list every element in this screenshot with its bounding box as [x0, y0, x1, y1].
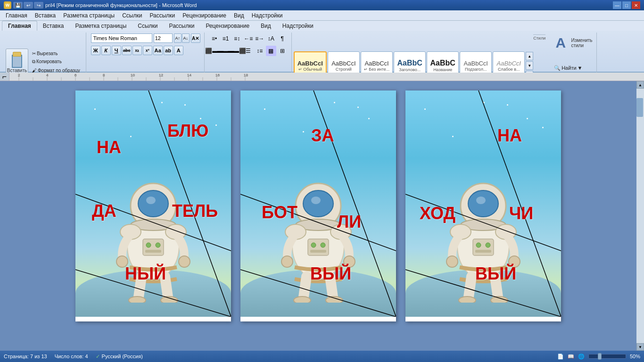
close-button[interactable]: ✕: [632, 1, 640, 9]
svg-point-74: [486, 243, 490, 247]
paste-icon: [9, 51, 25, 68]
star: [424, 108, 426, 110]
decrease-indent-button[interactable]: ←≡: [243, 33, 254, 44]
ruler-corner[interactable]: ⌐: [0, 73, 9, 81]
find-button[interactable]: 🔍 Найти ▼: [551, 64, 593, 72]
tab-view[interactable]: Вид: [255, 21, 277, 31]
minimize-button[interactable]: —: [613, 1, 621, 9]
borders-button[interactable]: ⊞: [277, 46, 288, 56]
star: [507, 104, 508, 106]
menu-bar: Главная Вставка Разметка страницы Ссылки…: [0, 10, 644, 21]
zoom-thumb[interactable]: [598, 353, 602, 360]
paste-button[interactable]: Вставить: [6, 49, 28, 75]
menu-page-layout[interactable]: Разметка страницы: [59, 11, 118, 20]
menu-home[interactable]: Главная: [2, 11, 31, 20]
scroll-up-button[interactable]: ▲: [636, 81, 644, 89]
underline-button[interactable]: Ч: [112, 46, 121, 55]
copy-button[interactable]: ⧉Копировать: [30, 58, 82, 66]
styles-scroll-down-button[interactable]: ▼: [526, 61, 533, 70]
superscript-button[interactable]: x²: [143, 46, 152, 55]
menu-references[interactable]: Ссылки: [118, 11, 146, 20]
vertical-scrollbar[interactable]: ▲ ▼: [636, 81, 644, 351]
tab-addins[interactable]: Надстройки: [277, 21, 319, 31]
formatting-row: Ж К Ч abc x₂ x² Аа ab А: [91, 46, 183, 55]
star: [542, 127, 544, 128]
tab-home[interactable]: Главная: [2, 21, 37, 31]
view-web-button[interactable]: 🌐: [578, 354, 585, 360]
syllable-li: ЛИ: [337, 212, 361, 232]
syllable-bot: БОТ: [262, 203, 297, 222]
font-color-button[interactable]: А: [174, 46, 183, 55]
clear-format-button[interactable]: A✕: [191, 33, 200, 43]
pages-container[interactable]: НА БЛЮ ДА ТЕЛЬ НЫЙ: [0, 81, 636, 351]
para-btns-row1: ≡• ≡1 ≡↕ ←≡ ≡→ ↕A ¶: [209, 33, 288, 44]
scroll-thumb[interactable]: [636, 98, 643, 117]
menu-view[interactable]: Вид: [230, 11, 248, 20]
tab-references[interactable]: Ссылки: [132, 21, 163, 31]
view-normal-button[interactable]: 📄: [557, 354, 564, 360]
italic-button[interactable]: К: [101, 46, 111, 55]
astro-bg-3: НА ХОД ЧИ ВЫЙ: [405, 90, 561, 317]
ruler-scale: 2 4 6 8 10 12 14 16 18: [9, 73, 644, 81]
para-btns-row2: ⬛▬▬ ▬▬▬ ▬▬⬛ ☰ ↕≡ ▩ ⊞: [209, 46, 288, 56]
font-name-row: A↑ A↓ A✕: [91, 33, 200, 43]
menu-mailings[interactable]: Рассылки: [146, 11, 179, 20]
sort-button[interactable]: ↕A: [266, 33, 276, 44]
undo-btn[interactable]: ↩: [24, 2, 33, 8]
star: [368, 118, 370, 119]
font-size-input[interactable]: [154, 33, 173, 43]
maximize-button[interactable]: □: [622, 1, 631, 9]
svg-text:4: 4: [46, 73, 49, 77]
status-left: Страница: 7 из 13 Число слов: 4 ✓ Русски…: [4, 354, 143, 360]
redo-btn[interactable]: ↪: [34, 2, 43, 8]
status-right: 📄 📖 🌐 50%: [557, 354, 640, 360]
style-heading1-label: Заголово...: [399, 67, 421, 72]
bold-button[interactable]: Ж: [91, 46, 100, 55]
quick-save-btn[interactable]: 💾: [13, 2, 23, 8]
menu-insert[interactable]: Вставка: [31, 11, 60, 20]
bullets-button[interactable]: ≡•: [209, 33, 220, 44]
scroll-down-button[interactable]: ▼: [636, 343, 644, 351]
numbering-button[interactable]: ≡1: [221, 33, 231, 44]
svg-text:18: 18: [244, 73, 248, 77]
word-count: Число слов: 4: [55, 354, 88, 359]
font-name-input[interactable]: [91, 33, 152, 43]
tab-mailings[interactable]: Рассылки: [164, 21, 200, 31]
styles-scroll-up-button[interactable]: ▲: [526, 52, 533, 60]
svg-rect-39: [145, 250, 161, 253]
cut-button[interactable]: ✂Вырезать: [30, 49, 82, 57]
star: [527, 118, 528, 119]
page-3: НА ХОД ЧИ ВЫЙ: [405, 90, 561, 321]
svg-point-55: [311, 243, 316, 247]
tab-review[interactable]: Рецензирование: [200, 21, 255, 31]
star: [303, 131, 304, 132]
zoom-slider[interactable]: [588, 354, 626, 359]
align-justify-button[interactable]: ☰: [243, 46, 254, 56]
syllable-vyi-2: ВЫЙ: [310, 264, 351, 284]
align-right-button[interactable]: ▬▬⬛: [232, 46, 242, 56]
line-spacing-button[interactable]: ↕≡: [255, 46, 265, 56]
multilevel-button[interactable]: ≡↕: [232, 33, 242, 44]
page-1: НА БЛЮ ДА ТЕЛЬ НЫЙ: [75, 90, 231, 321]
strikethrough-button[interactable]: abc: [122, 46, 132, 55]
shading-button[interactable]: ▩: [266, 46, 276, 56]
svg-rect-57: [310, 250, 326, 253]
highlight-button[interactable]: ab: [164, 46, 173, 55]
case-button[interactable]: Аа: [153, 46, 163, 55]
tab-page-layout[interactable]: Разметка страницы: [69, 21, 132, 31]
menu-addins[interactable]: Надстройки: [248, 11, 287, 20]
font-grow-button[interactable]: A↑: [174, 33, 182, 43]
svg-text:2: 2: [18, 73, 20, 77]
tab-insert[interactable]: Вставка: [37, 21, 70, 31]
menu-review[interactable]: Рецензирование: [179, 11, 230, 20]
scroll-track[interactable]: [636, 89, 644, 343]
view-reading-button[interactable]: 📖: [568, 354, 574, 360]
show-marks-button[interactable]: ¶: [277, 33, 288, 44]
svg-point-29: [138, 190, 168, 217]
font-shrink-button[interactable]: A↓: [182, 33, 190, 43]
change-style-label: Изменитьстили: [571, 38, 592, 48]
ribbon: Главная Вставка Разметка страницы Ссылки…: [0, 21, 644, 73]
syllable-nyi-1: НЫЙ: [125, 264, 166, 284]
increase-indent-button[interactable]: ≡→: [255, 33, 265, 44]
subscript-button[interactable]: x₂: [132, 46, 142, 55]
